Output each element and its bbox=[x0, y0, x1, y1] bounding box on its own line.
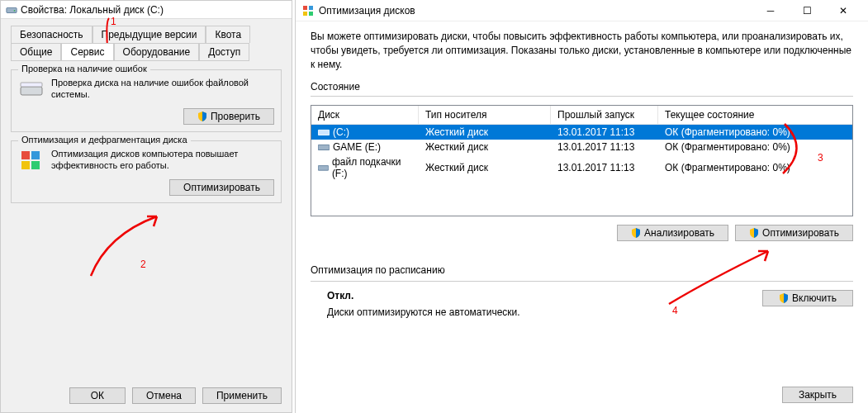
tab-service[interactable]: Сервис bbox=[61, 43, 113, 61]
svg-rect-2 bbox=[21, 87, 42, 95]
enable-schedule-button[interactable]: Включить bbox=[762, 290, 853, 306]
optimize-group-title: Оптимизация и дефрагментация диска bbox=[18, 135, 191, 145]
enable-schedule-label: Включить bbox=[792, 292, 837, 304]
tabs-top-row: Безопасность Предыдущие версии Квота bbox=[1, 19, 292, 43]
last-run: 13.01.2017 11:13 bbox=[551, 125, 658, 140]
col-disk[interactable]: Диск bbox=[311, 106, 419, 124]
action-buttons: Анализировать Оптимизировать bbox=[311, 225, 853, 241]
window-title-right: Оптимизация дисков bbox=[319, 5, 752, 17]
tab-general[interactable]: Общие bbox=[11, 43, 61, 61]
tab-hardware[interactable]: Оборудование bbox=[114, 43, 200, 61]
analyze-button[interactable]: Анализировать bbox=[617, 225, 728, 241]
optimize-group-text: Оптимизация дисков компьютера повышает э… bbox=[51, 148, 274, 172]
col-current-state[interactable]: Текущее состояние bbox=[658, 106, 852, 124]
svg-rect-3 bbox=[21, 83, 42, 87]
media-type: Жесткий диск bbox=[419, 125, 551, 140]
error-check-title: Проверка на наличие ошибок bbox=[18, 64, 150, 74]
shield-icon bbox=[631, 228, 641, 238]
current-state: ОК (Фрагментировано: 0%) bbox=[658, 160, 852, 175]
divider bbox=[311, 96, 853, 97]
schedule-text: Диски оптимизируются не автоматически. bbox=[327, 306, 762, 318]
drive-icon bbox=[318, 127, 330, 137]
maximize-button[interactable]: ☐ bbox=[789, 0, 825, 21]
analyze-button-label: Анализировать bbox=[644, 227, 714, 239]
svg-point-1 bbox=[14, 10, 16, 12]
current-state: ОК (Фрагментировано: 0%) bbox=[658, 140, 852, 154]
tabs-bottom-row: Общие Сервис Оборудование Доступ bbox=[1, 43, 292, 61]
drive-check-icon bbox=[18, 77, 45, 103]
svg-rect-0 bbox=[7, 7, 17, 12]
col-last-run[interactable]: Прошлый запуск bbox=[551, 106, 658, 124]
col-media-type[interactable]: Тип носителя bbox=[419, 106, 551, 124]
divider bbox=[311, 281, 853, 282]
optimize-drives-window: Оптимизация дисков ─ ☐ ✕ Вы можете оптим… bbox=[295, 0, 868, 413]
media-type: Жесткий диск bbox=[419, 160, 551, 175]
optimize-button-right[interactable]: Оптимизировать bbox=[735, 225, 853, 241]
drives-list: Диск Тип носителя Прошлый запуск Текущее… bbox=[311, 105, 853, 216]
close-window-button[interactable]: Закрыть bbox=[782, 387, 853, 403]
optimize-button-left[interactable]: Оптимизировать bbox=[169, 179, 274, 196]
check-button-label: Проверить bbox=[211, 111, 260, 122]
drive-name: файл подкачки (F:) bbox=[332, 156, 412, 179]
state-label: Состояние bbox=[311, 81, 853, 93]
tab-quota[interactable]: Квота bbox=[206, 26, 250, 43]
error-check-text: Проверка диска на наличие ошибок файлово… bbox=[51, 77, 274, 101]
drive-icon bbox=[6, 4, 17, 16]
titlebar-left: Свойства: Локальный диск (C:) bbox=[1, 1, 292, 19]
description-text: Вы можете оптимизировать диски, чтобы по… bbox=[311, 30, 853, 71]
error-check-group: Проверка на наличие ошибок Проверка диск… bbox=[11, 69, 282, 132]
svg-rect-13 bbox=[318, 145, 330, 150]
svg-rect-4 bbox=[21, 151, 30, 159]
media-type: Жесткий диск bbox=[419, 140, 551, 154]
svg-rect-9 bbox=[309, 6, 313, 10]
list-header: Диск Тип носителя Прошлый запуск Текущее… bbox=[311, 106, 852, 125]
titlebar-right: Оптимизация дисков ─ ☐ ✕ bbox=[296, 0, 868, 21]
window-title-left: Свойства: Локальный диск (C:) bbox=[21, 4, 164, 16]
table-row[interactable]: GAME (E:)Жесткий диск13.01.2017 11:13ОК … bbox=[311, 140, 852, 154]
minimize-button[interactable]: ─ bbox=[752, 0, 789, 21]
properties-window: Свойства: Локальный диск (C:) Безопаснос… bbox=[0, 0, 292, 413]
current-state: ОК (Фрагментировано: 0%) bbox=[658, 125, 852, 140]
schedule-row: Откл. Диски оптимизируются не автоматиче… bbox=[311, 290, 853, 318]
cancel-button[interactable]: Отмена bbox=[132, 387, 196, 404]
ok-button[interactable]: ОК bbox=[69, 387, 126, 404]
drive-name: (C:) bbox=[333, 126, 349, 138]
svg-rect-12 bbox=[318, 131, 330, 135]
table-row[interactable]: (C:)Жесткий диск13.01.2017 11:13ОК (Фраг… bbox=[311, 125, 852, 140]
svg-rect-14 bbox=[318, 166, 329, 171]
drive-name: GAME (E:) bbox=[333, 141, 381, 153]
footer-buttons: ОК Отмена Применить bbox=[69, 387, 282, 404]
svg-rect-6 bbox=[21, 161, 30, 169]
close-button[interactable]: ✕ bbox=[825, 0, 861, 21]
tab-previous-versions[interactable]: Предыдущие версии bbox=[92, 26, 206, 43]
check-button[interactable]: Проверить bbox=[183, 108, 274, 125]
defrag-app-icon bbox=[302, 5, 314, 17]
tab-security[interactable]: Безопасность bbox=[11, 26, 92, 43]
apply-button[interactable]: Применить bbox=[202, 387, 282, 404]
schedule-off: Откл. bbox=[327, 290, 762, 301]
schedule-label: Оптимизация по расписанию bbox=[311, 264, 853, 276]
svg-rect-10 bbox=[303, 12, 307, 16]
shield-icon bbox=[197, 112, 207, 121]
svg-rect-8 bbox=[303, 6, 307, 10]
last-run: 13.01.2017 11:13 bbox=[551, 140, 658, 154]
drive-icon bbox=[318, 163, 329, 173]
tab-sharing[interactable]: Доступ bbox=[199, 43, 249, 61]
optimize-button-left-label: Оптимизировать bbox=[183, 182, 260, 193]
defrag-icon bbox=[18, 148, 45, 174]
last-run: 13.01.2017 11:13 bbox=[551, 160, 658, 175]
svg-rect-5 bbox=[31, 151, 40, 159]
table-row[interactable]: файл подкачки (F:)Жесткий диск13.01.2017… bbox=[311, 154, 852, 181]
svg-rect-7 bbox=[31, 161, 40, 169]
shield-icon bbox=[779, 293, 789, 303]
optimize-group: Оптимизация и дефрагментация диска Оптим… bbox=[11, 140, 282, 203]
drive-icon bbox=[318, 142, 330, 152]
shield-icon bbox=[749, 228, 759, 238]
optimize-button-right-label: Оптимизировать bbox=[762, 227, 839, 239]
svg-rect-11 bbox=[309, 12, 313, 16]
list-body: (C:)Жесткий диск13.01.2017 11:13ОК (Фраг… bbox=[311, 125, 852, 216]
